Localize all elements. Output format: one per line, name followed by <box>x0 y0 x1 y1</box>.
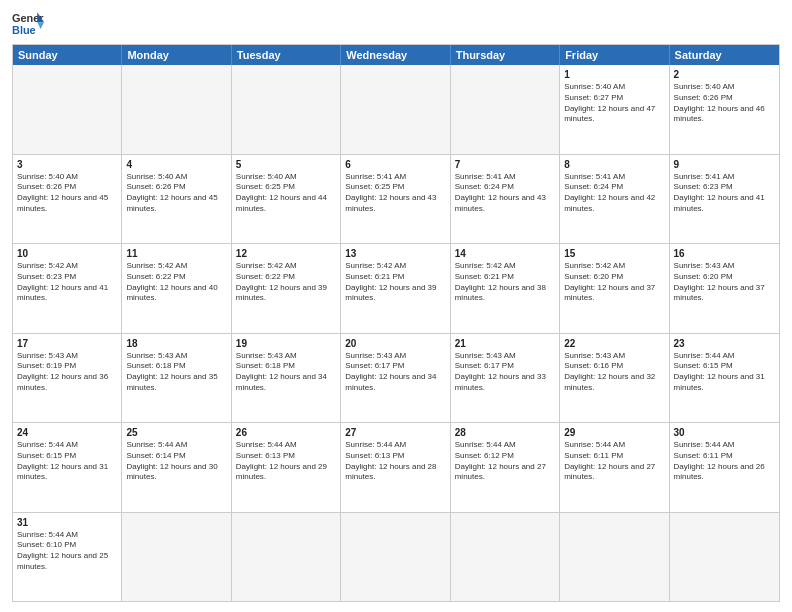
calendar-cell-r5-c3 <box>341 513 450 602</box>
calendar-cell-r2-c0: 10Sunrise: 5:42 AM Sunset: 6:23 PM Dayli… <box>13 244 122 333</box>
day-number: 27 <box>345 426 445 439</box>
day-number: 2 <box>674 68 775 81</box>
calendar-cell-r0-c2 <box>232 65 341 154</box>
sun-info: Sunrise: 5:41 AM Sunset: 6:24 PM Dayligh… <box>455 172 555 215</box>
calendar-row-3: 17Sunrise: 5:43 AM Sunset: 6:19 PM Dayli… <box>13 333 779 423</box>
calendar-cell-r4-c1: 25Sunrise: 5:44 AM Sunset: 6:14 PM Dayli… <box>122 423 231 512</box>
calendar: SundayMondayTuesdayWednesdayThursdayFrid… <box>12 44 780 602</box>
calendar-cell-r4-c4: 28Sunrise: 5:44 AM Sunset: 6:12 PM Dayli… <box>451 423 560 512</box>
calendar-cell-r2-c3: 13Sunrise: 5:42 AM Sunset: 6:21 PM Dayli… <box>341 244 450 333</box>
calendar-row-1: 3Sunrise: 5:40 AM Sunset: 6:26 PM Daylig… <box>13 154 779 244</box>
calendar-cell-r3-c4: 21Sunrise: 5:43 AM Sunset: 6:17 PM Dayli… <box>451 334 560 423</box>
calendar-row-2: 10Sunrise: 5:42 AM Sunset: 6:23 PM Dayli… <box>13 243 779 333</box>
sun-info: Sunrise: 5:43 AM Sunset: 6:16 PM Dayligh… <box>564 351 664 394</box>
weekday-header-wednesday: Wednesday <box>341 45 450 65</box>
weekday-header-monday: Monday <box>122 45 231 65</box>
sun-info: Sunrise: 5:40 AM Sunset: 6:25 PM Dayligh… <box>236 172 336 215</box>
sun-info: Sunrise: 5:42 AM Sunset: 6:21 PM Dayligh… <box>455 261 555 304</box>
day-number: 29 <box>564 426 664 439</box>
day-number: 6 <box>345 158 445 171</box>
day-number: 4 <box>126 158 226 171</box>
day-number: 20 <box>345 337 445 350</box>
day-number: 12 <box>236 247 336 260</box>
day-number: 8 <box>564 158 664 171</box>
sun-info: Sunrise: 5:44 AM Sunset: 6:13 PM Dayligh… <box>345 440 445 483</box>
calendar-cell-r1-c4: 7Sunrise: 5:41 AM Sunset: 6:24 PM Daylig… <box>451 155 560 244</box>
day-number: 23 <box>674 337 775 350</box>
calendar-cell-r4-c2: 26Sunrise: 5:44 AM Sunset: 6:13 PM Dayli… <box>232 423 341 512</box>
calendar-cell-r3-c1: 18Sunrise: 5:43 AM Sunset: 6:18 PM Dayli… <box>122 334 231 423</box>
weekday-header-tuesday: Tuesday <box>232 45 341 65</box>
sun-info: Sunrise: 5:44 AM Sunset: 6:14 PM Dayligh… <box>126 440 226 483</box>
calendar-cell-r5-c5 <box>560 513 669 602</box>
day-number: 7 <box>455 158 555 171</box>
calendar-cell-r2-c6: 16Sunrise: 5:43 AM Sunset: 6:20 PM Dayli… <box>670 244 779 333</box>
calendar-body: 1Sunrise: 5:40 AM Sunset: 6:27 PM Daylig… <box>13 65 779 601</box>
sun-info: Sunrise: 5:43 AM Sunset: 6:17 PM Dayligh… <box>345 351 445 394</box>
sun-info: Sunrise: 5:40 AM Sunset: 6:26 PM Dayligh… <box>126 172 226 215</box>
calendar-row-5: 31Sunrise: 5:44 AM Sunset: 6:10 PM Dayli… <box>13 512 779 602</box>
day-number: 15 <box>564 247 664 260</box>
calendar-header: SundayMondayTuesdayWednesdayThursdayFrid… <box>13 45 779 65</box>
sun-info: Sunrise: 5:44 AM Sunset: 6:11 PM Dayligh… <box>674 440 775 483</box>
sun-info: Sunrise: 5:43 AM Sunset: 6:18 PM Dayligh… <box>236 351 336 394</box>
calendar-cell-r3-c6: 23Sunrise: 5:44 AM Sunset: 6:15 PM Dayli… <box>670 334 779 423</box>
sun-info: Sunrise: 5:43 AM Sunset: 6:19 PM Dayligh… <box>17 351 117 394</box>
calendar-cell-r0-c6: 2Sunrise: 5:40 AM Sunset: 6:26 PM Daylig… <box>670 65 779 154</box>
calendar-cell-r0-c1 <box>122 65 231 154</box>
day-number: 30 <box>674 426 775 439</box>
calendar-cell-r3-c3: 20Sunrise: 5:43 AM Sunset: 6:17 PM Dayli… <box>341 334 450 423</box>
svg-marker-3 <box>37 22 44 29</box>
day-number: 18 <box>126 337 226 350</box>
day-number: 19 <box>236 337 336 350</box>
day-number: 9 <box>674 158 775 171</box>
calendar-cell-r2-c1: 11Sunrise: 5:42 AM Sunset: 6:22 PM Dayli… <box>122 244 231 333</box>
sun-info: Sunrise: 5:43 AM Sunset: 6:18 PM Dayligh… <box>126 351 226 394</box>
calendar-cell-r2-c2: 12Sunrise: 5:42 AM Sunset: 6:22 PM Dayli… <box>232 244 341 333</box>
day-number: 5 <box>236 158 336 171</box>
calendar-cell-r2-c4: 14Sunrise: 5:42 AM Sunset: 6:21 PM Dayli… <box>451 244 560 333</box>
day-number: 26 <box>236 426 336 439</box>
sun-info: Sunrise: 5:43 AM Sunset: 6:17 PM Dayligh… <box>455 351 555 394</box>
calendar-cell-r1-c3: 6Sunrise: 5:41 AM Sunset: 6:25 PM Daylig… <box>341 155 450 244</box>
header: General Blue <box>12 10 780 38</box>
generalblue-logo-icon: General Blue <box>12 10 44 38</box>
calendar-cell-r4-c5: 29Sunrise: 5:44 AM Sunset: 6:11 PM Dayli… <box>560 423 669 512</box>
page: General Blue SundayMondayTuesdayWednesda… <box>0 0 792 612</box>
calendar-cell-r1-c1: 4Sunrise: 5:40 AM Sunset: 6:26 PM Daylig… <box>122 155 231 244</box>
calendar-cell-r3-c0: 17Sunrise: 5:43 AM Sunset: 6:19 PM Dayli… <box>13 334 122 423</box>
sun-info: Sunrise: 5:44 AM Sunset: 6:13 PM Dayligh… <box>236 440 336 483</box>
calendar-row-0: 1Sunrise: 5:40 AM Sunset: 6:27 PM Daylig… <box>13 65 779 154</box>
calendar-cell-r4-c3: 27Sunrise: 5:44 AM Sunset: 6:13 PM Dayli… <box>341 423 450 512</box>
calendar-row-4: 24Sunrise: 5:44 AM Sunset: 6:15 PM Dayli… <box>13 422 779 512</box>
sun-info: Sunrise: 5:41 AM Sunset: 6:23 PM Dayligh… <box>674 172 775 215</box>
calendar-cell-r5-c0: 31Sunrise: 5:44 AM Sunset: 6:10 PM Dayli… <box>13 513 122 602</box>
day-number: 14 <box>455 247 555 260</box>
svg-text:Blue: Blue <box>12 24 36 36</box>
calendar-cell-r0-c0 <box>13 65 122 154</box>
day-number: 13 <box>345 247 445 260</box>
day-number: 11 <box>126 247 226 260</box>
calendar-cell-r1-c0: 3Sunrise: 5:40 AM Sunset: 6:26 PM Daylig… <box>13 155 122 244</box>
weekday-header-friday: Friday <box>560 45 669 65</box>
calendar-cell-r5-c1 <box>122 513 231 602</box>
calendar-cell-r0-c4 <box>451 65 560 154</box>
calendar-cell-r1-c5: 8Sunrise: 5:41 AM Sunset: 6:24 PM Daylig… <box>560 155 669 244</box>
calendar-cell-r2-c5: 15Sunrise: 5:42 AM Sunset: 6:20 PM Dayli… <box>560 244 669 333</box>
calendar-cell-r5-c4 <box>451 513 560 602</box>
calendar-cell-r1-c2: 5Sunrise: 5:40 AM Sunset: 6:25 PM Daylig… <box>232 155 341 244</box>
day-number: 22 <box>564 337 664 350</box>
weekday-header-saturday: Saturday <box>670 45 779 65</box>
sun-info: Sunrise: 5:41 AM Sunset: 6:24 PM Dayligh… <box>564 172 664 215</box>
day-number: 16 <box>674 247 775 260</box>
sun-info: Sunrise: 5:40 AM Sunset: 6:27 PM Dayligh… <box>564 82 664 125</box>
calendar-cell-r5-c6 <box>670 513 779 602</box>
weekday-header-sunday: Sunday <box>13 45 122 65</box>
sun-info: Sunrise: 5:40 AM Sunset: 6:26 PM Dayligh… <box>17 172 117 215</box>
sun-info: Sunrise: 5:42 AM Sunset: 6:22 PM Dayligh… <box>126 261 226 304</box>
day-number: 31 <box>17 516 117 529</box>
day-number: 28 <box>455 426 555 439</box>
sun-info: Sunrise: 5:44 AM Sunset: 6:15 PM Dayligh… <box>17 440 117 483</box>
calendar-cell-r0-c3 <box>341 65 450 154</box>
logo: General Blue <box>12 10 44 38</box>
